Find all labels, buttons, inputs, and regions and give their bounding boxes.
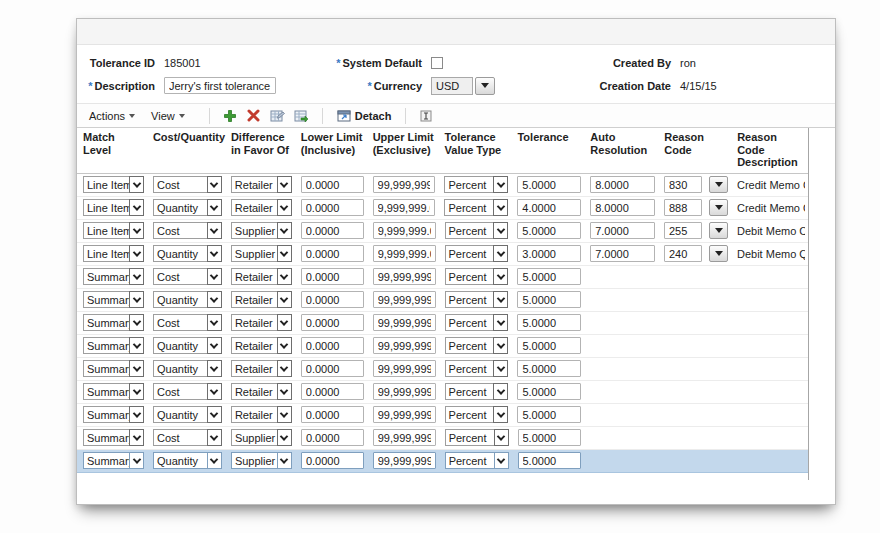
tolerance-input[interactable] bbox=[517, 337, 581, 354]
table-row[interactable]: Summary Quantity Retailer Percent bbox=[77, 335, 808, 358]
auto-resolution-input[interactable] bbox=[590, 222, 655, 239]
chevron-down-icon[interactable] bbox=[493, 245, 508, 262]
tolerance-value-type-select[interactable]: Percent bbox=[445, 245, 509, 262]
difference-in-favor-of-select[interactable]: Supplier bbox=[231, 245, 292, 262]
match-level-select[interactable]: Line Item bbox=[83, 199, 144, 216]
reason-code-dropdown-button[interactable] bbox=[709, 199, 728, 216]
upper-limit-input[interactable] bbox=[373, 268, 436, 285]
currency-dropdown-button[interactable] bbox=[475, 77, 495, 95]
cost-quantity-select[interactable]: Cost bbox=[153, 429, 222, 446]
chevron-down-icon[interactable] bbox=[129, 199, 144, 216]
chevron-down-icon[interactable] bbox=[207, 222, 222, 239]
chevron-down-icon[interactable] bbox=[277, 222, 292, 239]
chevron-down-icon[interactable] bbox=[129, 337, 144, 354]
upper-limit-input[interactable] bbox=[373, 360, 436, 377]
chevron-down-icon[interactable] bbox=[129, 360, 144, 377]
table-row[interactable]: Line Item Cost Retailer Percent Credit M… bbox=[77, 174, 808, 197]
match-level-select[interactable]: Line Item bbox=[83, 222, 144, 239]
chevron-down-icon[interactable] bbox=[207, 452, 222, 469]
chevron-down-icon[interactable] bbox=[129, 314, 144, 331]
tolerance-input[interactable] bbox=[517, 245, 581, 262]
tolerance-input[interactable] bbox=[517, 383, 581, 400]
reason-code-dropdown-button[interactable] bbox=[709, 245, 728, 262]
table-row[interactable]: Summary Cost Supplier Percent bbox=[77, 427, 808, 450]
tolerance-value-type-select[interactable]: Percent bbox=[445, 360, 509, 377]
reason-code-input[interactable] bbox=[664, 199, 702, 216]
lower-limit-input[interactable] bbox=[301, 268, 364, 285]
tolerance-value-type-select[interactable]: Percent bbox=[445, 429, 509, 446]
chevron-down-icon[interactable] bbox=[277, 452, 292, 469]
reason-code-dropdown-button[interactable] bbox=[709, 176, 728, 193]
difference-in-favor-of-select[interactable]: Retailer bbox=[231, 383, 292, 400]
lower-limit-input[interactable] bbox=[301, 314, 364, 331]
column-header[interactable]: Upper Limit (Exclusive) bbox=[367, 128, 439, 173]
tolerance-value-type-select[interactable]: Percent bbox=[445, 406, 509, 423]
tolerance-input[interactable] bbox=[518, 452, 582, 469]
tolerance-value-type-select[interactable]: Percent bbox=[445, 383, 509, 400]
chevron-down-icon[interactable] bbox=[493, 176, 508, 193]
match-level-select[interactable]: Line Item bbox=[83, 245, 144, 262]
match-level-select[interactable]: Summary bbox=[83, 291, 144, 308]
chevron-down-icon[interactable] bbox=[129, 429, 144, 446]
chevron-down-icon[interactable] bbox=[493, 268, 508, 285]
description-input[interactable] bbox=[164, 77, 276, 94]
lower-limit-input[interactable] bbox=[301, 337, 364, 354]
reason-code-dropdown-button[interactable] bbox=[709, 222, 728, 239]
chevron-down-icon[interactable] bbox=[493, 337, 508, 354]
table-edit-button[interactable] bbox=[266, 106, 290, 126]
table-row[interactable]: Summary Cost Retailer Percent bbox=[77, 381, 808, 404]
cost-quantity-select[interactable]: Quantity bbox=[153, 360, 222, 377]
match-level-select[interactable]: Summary bbox=[83, 383, 144, 400]
system-default-checkbox[interactable] bbox=[431, 57, 443, 69]
match-level-select[interactable]: Summary bbox=[83, 360, 144, 377]
chevron-down-icon[interactable] bbox=[277, 176, 292, 193]
view-menu[interactable]: View bbox=[151, 110, 185, 122]
chevron-down-icon[interactable] bbox=[277, 245, 292, 262]
chevron-down-icon[interactable] bbox=[207, 291, 222, 308]
chevron-down-icon[interactable] bbox=[277, 406, 292, 423]
tolerance-value-type-select[interactable]: Percent bbox=[445, 291, 509, 308]
cost-quantity-select[interactable]: Quantity bbox=[153, 245, 222, 262]
chevron-down-icon[interactable] bbox=[493, 291, 508, 308]
match-level-select[interactable]: Summary bbox=[83, 406, 144, 423]
tolerance-input[interactable] bbox=[517, 222, 581, 239]
chevron-down-icon[interactable] bbox=[277, 360, 292, 377]
match-level-select[interactable]: Summary bbox=[83, 429, 144, 446]
cost-quantity-select[interactable]: Quantity bbox=[153, 452, 222, 469]
difference-in-favor-of-select[interactable]: Retailer bbox=[231, 176, 292, 193]
lower-limit-input[interactable] bbox=[301, 245, 364, 262]
match-level-select[interactable]: Summary bbox=[83, 337, 144, 354]
reason-code-input[interactable] bbox=[664, 176, 702, 193]
difference-in-favor-of-select[interactable]: Supplier bbox=[231, 222, 292, 239]
reason-code-input[interactable] bbox=[664, 245, 702, 262]
difference-in-favor-of-select[interactable]: Supplier bbox=[231, 429, 292, 446]
chevron-down-icon[interactable] bbox=[493, 383, 508, 400]
column-header[interactable]: Tolerance Value Type bbox=[439, 128, 512, 173]
tolerance-value-type-select[interactable]: Percent bbox=[445, 452, 509, 469]
delete-row-button[interactable] bbox=[242, 106, 266, 126]
chevron-down-icon[interactable] bbox=[129, 176, 144, 193]
table-row[interactable]: Line Item Cost Supplier Percent Debit Me… bbox=[77, 220, 808, 243]
chevron-down-icon[interactable] bbox=[207, 383, 222, 400]
chevron-down-icon[interactable] bbox=[277, 383, 292, 400]
upper-limit-input[interactable] bbox=[373, 176, 436, 193]
chevron-down-icon[interactable] bbox=[207, 176, 222, 193]
chevron-down-icon[interactable] bbox=[494, 452, 509, 469]
tolerance-value-type-select[interactable]: Percent bbox=[444, 176, 508, 193]
cost-quantity-select[interactable]: Quantity bbox=[153, 337, 222, 354]
chevron-down-icon[interactable] bbox=[277, 314, 292, 331]
currency-select[interactable]: USD bbox=[431, 77, 495, 95]
chevron-down-icon[interactable] bbox=[207, 245, 222, 262]
chevron-down-icon[interactable] bbox=[207, 268, 222, 285]
difference-in-favor-of-select[interactable]: Retailer bbox=[231, 337, 292, 354]
reason-code-input[interactable] bbox=[664, 222, 702, 239]
tolerance-input[interactable] bbox=[517, 268, 581, 285]
upper-limit-input[interactable] bbox=[373, 314, 436, 331]
match-level-select[interactable]: Summary bbox=[83, 268, 144, 285]
chevron-down-icon[interactable] bbox=[207, 429, 222, 446]
cost-quantity-select[interactable]: Cost bbox=[153, 268, 222, 285]
currency-value[interactable]: USD bbox=[431, 77, 473, 95]
table-row[interactable]: Summary Quantity Retailer Percent bbox=[77, 289, 808, 312]
column-header[interactable]: Cost/Quantity bbox=[147, 128, 225, 173]
chevron-down-icon[interactable] bbox=[493, 406, 508, 423]
